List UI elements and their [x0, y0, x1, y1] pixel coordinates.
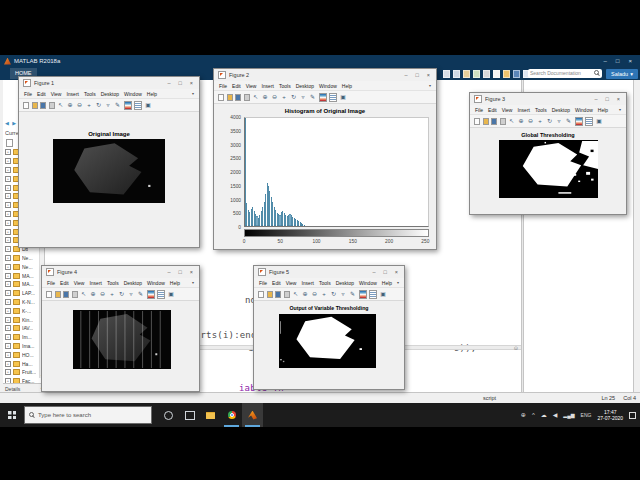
- expander-icon[interactable]: +: [5, 361, 11, 367]
- maximize-button[interactable]: □: [383, 266, 386, 278]
- file-tree-item[interactable]: +IAV...: [3, 324, 41, 333]
- close-button[interactable]: ×: [427, 69, 430, 81]
- rotate-3d-icon[interactable]: ↻: [290, 94, 297, 101]
- insert-colorbar-icon[interactable]: [319, 93, 327, 102]
- start-button[interactable]: [0, 403, 24, 427]
- menu-tools[interactable]: Tools: [319, 280, 331, 286]
- menu-help[interactable]: Help: [170, 280, 180, 286]
- matlab-titlebar[interactable]: MATLAB R2018a – □ ×: [0, 55, 640, 67]
- print-icon[interactable]: [72, 291, 78, 298]
- splitter-knob-icon[interactable]: ⊙: [514, 345, 518, 351]
- rotate-3d-icon[interactable]: ↻: [118, 291, 125, 298]
- maximize-button[interactable]: □: [178, 77, 181, 89]
- expander-icon[interactable]: +: [5, 264, 11, 270]
- dock-icon[interactable]: ▣: [380, 291, 387, 298]
- menu-help[interactable]: Help: [382, 280, 392, 286]
- pan-icon[interactable]: +: [321, 291, 328, 298]
- menu-window[interactable]: Window: [359, 280, 377, 286]
- expander-icon[interactable]: +: [5, 290, 11, 296]
- menu-tools[interactable]: Tools: [279, 83, 291, 89]
- file-explorer-button[interactable]: [200, 403, 221, 427]
- brush-icon[interactable]: ✎: [309, 94, 316, 101]
- dock-icon[interactable]: ▣: [168, 291, 175, 298]
- expander-icon[interactable]: +: [5, 211, 11, 217]
- menu-view[interactable]: View: [74, 280, 85, 286]
- menu-view[interactable]: View: [51, 91, 62, 97]
- print-icon[interactable]: [500, 118, 506, 125]
- expander-icon[interactable]: +: [5, 202, 11, 208]
- new-document-icon[interactable]: [258, 291, 264, 298]
- copy-icon[interactable]: [453, 70, 460, 78]
- datatip-icon[interactable]: ▿: [556, 118, 563, 125]
- open-folder-icon[interactable]: [227, 94, 233, 101]
- insert-colorbar-icon[interactable]: [147, 290, 155, 299]
- new-script-icon[interactable]: [493, 70, 500, 78]
- pan-icon[interactable]: +: [86, 102, 93, 109]
- file-tree-item[interactable]: +Ne...: [3, 262, 41, 271]
- minimize-button[interactable]: –: [167, 77, 170, 89]
- menu-tools[interactable]: Tools: [107, 280, 119, 286]
- print-icon[interactable]: [49, 102, 55, 109]
- datatip-icon[interactable]: ▿: [300, 94, 307, 101]
- new-file-icon[interactable]: [6, 139, 13, 147]
- menu-desktop[interactable]: Desktop: [552, 107, 570, 113]
- expander-icon[interactable]: +: [5, 176, 11, 182]
- cursor-icon[interactable]: ↖: [508, 118, 515, 125]
- file-tree-item[interactable]: +K-...: [3, 306, 41, 315]
- rotate-3d-icon[interactable]: ↻: [330, 291, 337, 298]
- insert-legend-icon[interactable]: [134, 101, 142, 110]
- minimize-button[interactable]: –: [404, 69, 407, 81]
- network-globe-icon[interactable]: ⊕: [521, 403, 526, 427]
- expander-icon[interactable]: +: [5, 325, 11, 331]
- menu-help[interactable]: Help: [342, 83, 352, 89]
- volume-icon[interactable]: ◀: [553, 403, 558, 427]
- open-folder-icon[interactable]: [483, 118, 489, 125]
- open-folder-icon[interactable]: [267, 291, 273, 298]
- figure4-titlebar[interactable]: Figure 4 – □ ×: [42, 266, 199, 278]
- expander-icon[interactable]: +: [5, 185, 11, 191]
- account-button[interactable]: Saladu ▾: [606, 69, 638, 79]
- figure1-window[interactable]: Figure 1 – □ × FileEditViewInsertToolsDe…: [18, 76, 200, 248]
- expander-icon[interactable]: +: [5, 167, 11, 173]
- minimize-button[interactable]: –: [604, 55, 607, 67]
- zoom-in-icon[interactable]: ⊕: [90, 291, 97, 298]
- redo-icon[interactable]: [483, 70, 490, 78]
- menu-desktop[interactable]: Desktop: [296, 83, 314, 89]
- print-icon[interactable]: [284, 291, 290, 298]
- insert-colorbar-icon[interactable]: [359, 290, 367, 299]
- menu-edit[interactable]: Edit: [232, 83, 241, 89]
- menu-view[interactable]: View: [286, 280, 297, 286]
- file-tree-item[interactable]: +Fruit...: [3, 368, 41, 377]
- minimize-button[interactable]: –: [167, 266, 170, 278]
- expander-icon[interactable]: +: [5, 308, 11, 314]
- zoom-out-icon[interactable]: ⊖: [99, 291, 106, 298]
- figure4-window[interactable]: Figure 4 – □ × FileEditViewInsertToolsDe…: [41, 265, 200, 392]
- zoom-out-icon[interactable]: ⊖: [311, 291, 318, 298]
- expander-icon[interactable]: +: [5, 246, 11, 252]
- save-icon[interactable]: [513, 70, 520, 78]
- zoom-out-icon[interactable]: ⊖: [527, 118, 534, 125]
- maximize-button[interactable]: □: [616, 55, 620, 67]
- save-icon[interactable]: [275, 291, 281, 298]
- matlab-taskbar-button[interactable]: [242, 403, 263, 427]
- insert-legend-icon[interactable]: [329, 93, 337, 102]
- figure2-window[interactable]: Figure 2 – □ × FileEditViewInsertToolsDe…: [213, 68, 437, 250]
- onedrive-cloud-icon[interactable]: ☁: [541, 403, 547, 427]
- expander-icon[interactable]: +: [5, 237, 11, 243]
- menu-window[interactable]: Window: [319, 83, 337, 89]
- menu-desktop[interactable]: Desktop: [101, 91, 119, 97]
- datatip-icon[interactable]: ▿: [105, 102, 112, 109]
- file-tree-item[interactable]: +Ne...: [3, 254, 41, 263]
- menu-window[interactable]: Window: [124, 91, 142, 97]
- maximize-button[interactable]: □: [415, 69, 418, 81]
- datatip-icon[interactable]: ▿: [340, 291, 347, 298]
- brush-icon[interactable]: ✎: [137, 291, 144, 298]
- save-icon[interactable]: [63, 291, 69, 298]
- new-document-icon[interactable]: [474, 118, 480, 125]
- expander-icon[interactable]: +: [5, 255, 11, 261]
- new-document-icon[interactable]: [46, 291, 52, 298]
- open-folder-icon[interactable]: [55, 291, 61, 298]
- menu-help[interactable]: Help: [147, 91, 157, 97]
- chevron-up-icon[interactable]: ^: [532, 403, 535, 427]
- maximize-button[interactable]: □: [178, 266, 181, 278]
